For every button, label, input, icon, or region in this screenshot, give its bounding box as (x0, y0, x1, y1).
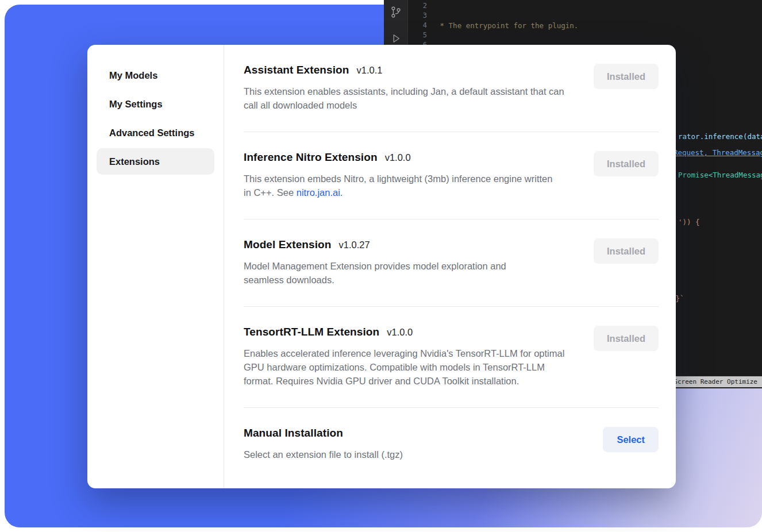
installed-button[interactable]: Installed (594, 326, 659, 351)
extension-version: v1.0.0 (387, 327, 413, 338)
settings-modal: My Models My Settings Advanced Settings … (87, 45, 676, 488)
extension-title: Inference Nitro Extension (244, 151, 378, 164)
extension-row-assistant: Assistant Extension v1.0.1 This extensio… (244, 45, 659, 132)
editor-line-numbers: 2 3 4 5 6 (409, 1, 427, 50)
extension-row-tensorrt: TensortRT-LLM Extension v1.0.0 Enables a… (244, 307, 659, 408)
code-comment: * The entrypoint for the plugin. (436, 21, 578, 30)
sidebar-item-label: My Models (109, 70, 157, 81)
extension-row-nitro: Inference Nitro Extension v1.0.0 This ex… (244, 132, 659, 219)
extension-description: This extension embeds Nitro, a lightweig… (244, 172, 557, 199)
sidebar-item-label: My Settings (109, 99, 163, 110)
extension-row-model: Model Extension v1.0.27 Model Management… (244, 219, 659, 307)
sidebar-item-advanced-settings[interactable]: Advanced Settings (97, 119, 214, 146)
line-number: 4 (409, 21, 427, 30)
extension-version: v1.0.1 (357, 65, 383, 76)
source-control-icon[interactable] (390, 6, 402, 20)
code-fragment: rator.inference(data)); (678, 132, 762, 141)
installed-button[interactable]: Installed (594, 238, 659, 264)
extension-description-text: This extension embeds Nitro, a lightweig… (244, 174, 552, 198)
extension-title: Assistant Extension (244, 64, 349, 76)
extension-description: This extension enables assistants, inclu… (244, 84, 574, 112)
extension-row-manual-installation: Manual Installation Select an extension … (244, 408, 659, 481)
extension-title: Manual Installation (244, 427, 343, 440)
select-file-button[interactable]: Select (603, 427, 659, 452)
installed-button[interactable]: Installed (594, 64, 659, 89)
nitro-jan-ai-link[interactable]: nitro.jan.ai. (297, 187, 343, 198)
screen-reader-chip[interactable]: Screen Reader Optimize (669, 376, 762, 387)
line-number: 5 (409, 30, 427, 40)
sidebar-item-label: Advanced Settings (109, 128, 195, 138)
sidebar-item-my-models[interactable]: My Models (97, 62, 214, 88)
extension-version: v1.0.27 (338, 240, 370, 250)
line-number: 3 (409, 11, 427, 21)
run-debug-icon[interactable] (390, 33, 402, 46)
extension-version: v1.0.0 (385, 152, 411, 163)
line-number: 2 (409, 1, 427, 11)
extension-description: Select an extension file to install (.tg… (244, 448, 574, 461)
sidebar-item-my-settings[interactable]: My Settings (97, 91, 214, 117)
extension-title: Model Extension (244, 238, 331, 251)
code-fragment: ')) { (678, 218, 700, 226)
extensions-list: Assistant Extension v1.0.1 This extensio… (224, 45, 676, 488)
extension-title: TensortRT-LLM Extension (244, 326, 379, 338)
settings-sidebar: My Models My Settings Advanced Settings … (87, 45, 224, 488)
sidebar-item-extensions[interactable]: Extensions (97, 148, 214, 175)
extension-description: Model Management Extension provides mode… (244, 259, 531, 287)
code-fragment: Promise<ThreadMessage> (678, 171, 762, 179)
sidebar-item-label: Extensions (109, 156, 160, 167)
installed-button[interactable]: Installed (594, 151, 659, 176)
extension-description: Enables accelerated inference leveraging… (244, 346, 574, 388)
